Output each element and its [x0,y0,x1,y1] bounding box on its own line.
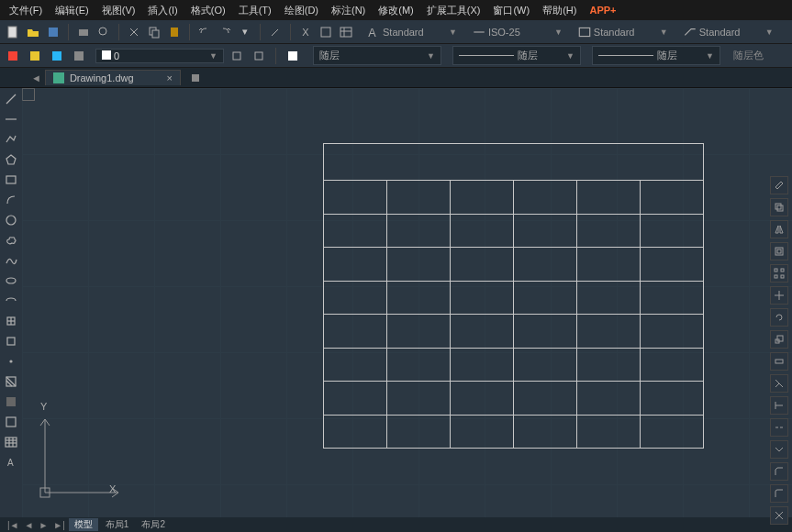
xline-tool[interactable] [2,110,20,128]
ellipse-arc-tool[interactable] [2,292,20,310]
chevron-down-icon[interactable]: ▼ [427,51,435,61]
table-cell[interactable] [324,382,387,415]
tool-x-button[interactable]: X [296,23,315,41]
join-tool[interactable] [770,440,788,459]
menu-tools[interactable]: 工具(T) [233,2,277,19]
extend-tool[interactable] [770,396,788,415]
explode-tool[interactable] [770,506,788,525]
rotate-tool[interactable] [770,308,788,327]
menu-insert[interactable]: 插入(I) [142,2,183,19]
table-cell[interactable] [514,382,577,415]
menu-view[interactable]: 视图(V) [96,2,141,19]
preview-button[interactable] [95,23,113,41]
table-cell[interactable] [387,248,451,281]
table-cell[interactable] [451,248,514,281]
region-tool[interactable] [2,413,20,431]
table-cell[interactable] [641,248,703,281]
table-style-dropdown[interactable]: Standard ▼ [574,25,672,39]
table-cell[interactable] [514,315,577,348]
table-cell[interactable] [451,382,514,415]
tool-hatch-button[interactable] [317,23,335,41]
table-cell[interactable] [514,248,577,281]
document-tab[interactable]: Drawing1.dwg × [45,70,181,85]
mtext-tool[interactable]: A [2,453,20,471]
make-block-tool[interactable] [2,332,20,350]
layout-prev-icon[interactable]: ◄ [23,520,36,530]
chevron-down-icon[interactable]: ▼ [554,28,563,37]
lineweight-dropdown[interactable]: 随层 ▼ [452,46,581,65]
fillet-tool[interactable] [770,484,788,503]
table-cell[interactable] [514,282,577,315]
table-cell[interactable] [577,382,641,415]
mirror-tool[interactable] [770,220,788,238]
layer-prop-button[interactable] [4,47,22,65]
offset-tool[interactable] [770,242,788,260]
tab-prev-icon[interactable]: ◄ [28,72,45,83]
table-cell[interactable] [577,349,641,382]
menu-edit[interactable]: 编辑(E) [50,2,95,19]
plot-button[interactable] [74,23,93,41]
table-cell[interactable] [641,416,703,449]
tool-table-button[interactable] [337,23,355,41]
table-cell[interactable] [451,416,514,449]
tab-close-icon[interactable]: × [167,72,173,83]
line-tool[interactable] [2,90,20,108]
tab-copy-button[interactable] [186,69,205,87]
table-cell[interactable] [324,215,387,248]
save-button[interactable] [44,23,62,41]
undo-button[interactable] [195,23,214,41]
table-cell[interactable] [577,315,641,348]
table-cell[interactable] [577,416,641,449]
menu-appplus[interactable]: APP+ [584,3,621,17]
table-cell[interactable] [641,349,703,382]
model-tab[interactable]: 模型 [69,518,98,531]
revision-cloud-tool[interactable] [2,231,20,249]
table-cell[interactable] [577,181,641,214]
menu-draw[interactable]: 绘图(D) [279,2,324,19]
polyline-tool[interactable] [2,130,20,149]
mleader-style-dropdown[interactable]: Standard ▼ [679,25,777,39]
table-cell[interactable] [387,181,451,214]
polygon-tool[interactable] [2,150,20,169]
table-cell[interactable] [387,215,451,248]
stretch-tool[interactable] [770,352,788,371]
cut-button[interactable] [125,23,143,41]
table-cell[interactable] [641,282,703,315]
table-cell[interactable] [387,282,451,315]
text-style-dropdown[interactable]: A Standard ▼ [363,25,461,39]
layer-bulb-icon[interactable] [26,47,44,65]
layout1-tab[interactable]: 布局1 [100,518,135,531]
table-cell[interactable] [451,282,514,315]
insert-block-tool[interactable] [2,312,20,330]
hatch-tool[interactable] [2,372,20,391]
copy-button[interactable] [145,23,163,41]
linetype-dropdown-2[interactable]: 随层 ▼ [592,46,720,65]
layout-first-icon[interactable]: |◄ [6,520,21,530]
chevron-down-icon[interactable]: ▼ [706,51,714,61]
chevron-down-icon[interactable]: ▼ [765,28,774,37]
layer-freeze-icon[interactable] [48,47,66,65]
drawing-table-object[interactable] [323,143,704,449]
menu-extensions[interactable]: 扩展工具(X) [421,2,486,19]
open-file-button[interactable] [24,23,42,41]
table-cell[interactable] [577,282,641,315]
layout-next-icon[interactable]: ► [37,520,50,530]
table-cell[interactable] [641,181,703,214]
layer-lock-icon[interactable] [70,47,88,65]
table-cell[interactable] [387,382,451,415]
menu-window[interactable]: 窗口(W) [487,2,535,19]
arc-tool[interactable] [2,191,20,209]
chevron-down-icon[interactable]: ▼ [566,51,574,61]
table-cell[interactable] [641,215,703,248]
scale-tool[interactable] [770,330,788,349]
layer-dropdown[interactable]: 0 ▼ [95,49,224,63]
circle-tool[interactable] [2,211,20,229]
table-cell[interactable] [324,349,387,382]
chamfer-tool[interactable] [770,462,788,481]
copy-tool[interactable] [770,198,788,216]
table-cell[interactable] [387,349,451,382]
array-tool[interactable] [770,264,788,283]
table-cell[interactable] [514,215,577,248]
menu-format[interactable]: 格式(O) [185,2,231,19]
break-tool[interactable] [770,418,788,437]
